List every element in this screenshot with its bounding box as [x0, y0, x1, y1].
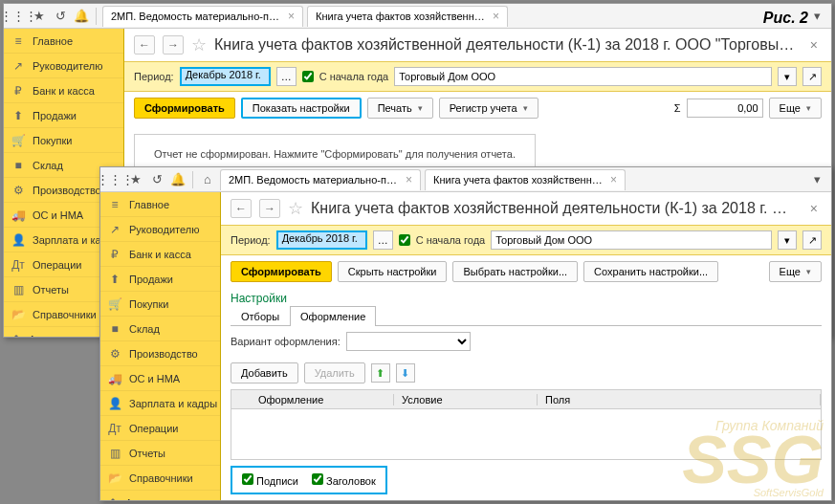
dropdown-icon[interactable]: ▾ [808, 171, 825, 188]
apps-icon[interactable]: ⋮⋮⋮ [10, 8, 27, 25]
dropdown-icon[interactable]: ▾ [808, 8, 825, 25]
history-icon[interactable]: ↺ [52, 8, 69, 25]
print-button[interactable]: Печать▾ [367, 98, 433, 119]
sidebar-item-operations[interactable]: ДтОперации [100, 416, 220, 441]
sidebar-item-sales[interactable]: ⬆Продажи [100, 267, 220, 292]
favorite-icon[interactable]: ☆ [288, 198, 303, 219]
year-start-checkbox[interactable] [302, 71, 314, 82]
sidebar-item-bank[interactable]: ₽Банк и касса [4, 78, 123, 103]
year-start-label: С начала года [319, 71, 389, 82]
tab-design[interactable]: Оформление [290, 306, 376, 326]
more-button[interactable]: Еще▾ [769, 98, 822, 119]
history-icon[interactable]: ↺ [148, 171, 165, 188]
forward-button[interactable]: → [259, 199, 280, 218]
col-fields: Поля [538, 394, 821, 405]
period-label: Период: [134, 71, 174, 82]
save-settings-button[interactable]: Сохранить настройки... [583, 261, 718, 282]
organization-input[interactable] [491, 230, 772, 250]
tab-label: 2МП. Ведомость материально-произво… [111, 11, 282, 22]
tab-2[interactable]: Книга учета фактов хозяйственной… × [425, 169, 626, 190]
period-picker-button[interactable]: … [373, 230, 393, 250]
period-picker-button[interactable]: … [276, 67, 297, 86]
titlebar: ⋮⋮⋮ ★ ↺ 🔔 ⌂ 2МП. Ведомость материально-п… [100, 167, 831, 192]
org-open-button[interactable]: ↗ [802, 230, 822, 250]
sidebar-item-catalogs[interactable]: 📂Справочники [100, 466, 220, 491]
register-button[interactable]: Регистр учета▾ [439, 98, 538, 119]
close-icon[interactable]: × [493, 10, 499, 23]
footer-checkboxes: Подписи Заголовок [231, 466, 387, 494]
star-icon[interactable]: ★ [31, 8, 48, 25]
delete-button[interactable]: Удалить [304, 362, 365, 383]
tab-1[interactable]: 2МП. Ведомость материально-про… × [220, 169, 421, 190]
back-button[interactable]: ← [134, 35, 155, 55]
sidebar-item-main[interactable]: ≡Главное [4, 29, 123, 54]
org-dropdown-button[interactable]: ▾ [778, 67, 797, 86]
year-start-checkbox[interactable] [399, 234, 410, 246]
year-start-label: С начала года [416, 234, 486, 246]
move-down-icon[interactable]: ⬇ [396, 363, 415, 383]
period-bar: Период: Декабрь 2018 г. … С начала года … [221, 225, 831, 255]
form-button[interactable]: Сформировать [134, 98, 235, 119]
grid-header: Оформление Условие Поля [231, 389, 822, 409]
hide-settings-button[interactable]: Скрыть настройки [338, 261, 448, 282]
close-icon[interactable]: × [610, 173, 617, 186]
close-icon[interactable]: × [288, 10, 295, 23]
window-2: ⋮⋮⋮ ★ ↺ 🔔 ⌂ 2МП. Ведомость материально-п… [99, 166, 832, 501]
favorite-icon[interactable]: ☆ [191, 34, 207, 55]
show-settings-button[interactable]: Показать настройки [241, 98, 362, 119]
star-icon[interactable]: ★ [127, 171, 144, 188]
close-button[interactable]: × [806, 37, 822, 53]
sidebar-item-reports[interactable]: ▥Отчеты [100, 441, 220, 466]
page-title: Книга учета фактов хозяйственной деятель… [214, 36, 799, 54]
sidebar-item-manager[interactable]: ↗Руководителю [4, 54, 123, 78]
titlebar: ⋮⋮⋮ ★ ↺ 🔔 2МП. Ведомость материально-про… [4, 4, 831, 29]
col-condition: Условие [394, 394, 538, 405]
settings-title: Настройки [221, 288, 831, 305]
sum-input[interactable] [687, 99, 763, 118]
sidebar-item-purchases[interactable]: 🛒Покупки [100, 292, 220, 317]
sidebar-item-manager[interactable]: ↗Руководителю [100, 217, 220, 242]
bell-icon[interactable]: 🔔 [169, 171, 187, 188]
sidebar-item-admin[interactable]: ✿Администрирование [100, 491, 220, 500]
sidebar-item-bank[interactable]: ₽Банк и касса [100, 242, 220, 267]
period-input[interactable]: Декабрь 2018 г. [180, 67, 271, 86]
form-button[interactable]: Сформировать [231, 261, 332, 282]
apps-icon[interactable]: ⋮⋮⋮ [106, 171, 123, 188]
sidebar-item-assets[interactable]: 🚚ОС и НМА [100, 366, 220, 391]
choose-settings-button[interactable]: Выбрать настройки... [452, 261, 578, 282]
tab-label: Книга учета фактов хозяйственной… [433, 174, 604, 186]
sidebar-item-warehouse[interactable]: ■Склад [100, 317, 220, 341]
signatures-checkbox[interactable]: Подписи [242, 473, 298, 487]
variant-select[interactable] [346, 332, 471, 351]
org-open-button[interactable]: ↗ [802, 67, 822, 86]
add-button[interactable]: Добавить [231, 362, 298, 383]
sidebar: ≡Главное ↗Руководителю ₽Банк и касса ⬆Пр… [100, 192, 221, 500]
sidebar-item-production[interactable]: ⚙Производство [100, 341, 220, 366]
home-icon[interactable]: ⌂ [199, 171, 216, 188]
sidebar-item-salary[interactable]: 👤Зарплата и кадры [100, 391, 220, 416]
grid-body[interactable] [231, 409, 822, 460]
tab-label: 2МП. Ведомость материально-про… [229, 174, 400, 186]
sidebar-item-purchases[interactable]: 🛒Покупки [4, 128, 123, 153]
back-button[interactable]: ← [231, 199, 252, 218]
sidebar-item-main[interactable]: ≡Главное [100, 192, 220, 217]
close-button[interactable]: × [806, 201, 822, 216]
org-dropdown-button[interactable]: ▾ [778, 230, 797, 250]
organization-input[interactable] [394, 67, 772, 86]
period-label: Период: [231, 234, 271, 246]
forward-button[interactable]: → [163, 35, 184, 55]
period-input[interactable]: Декабрь 2018 г. [276, 230, 367, 250]
more-button[interactable]: Еще▾ [769, 261, 822, 282]
tab-1[interactable]: 2МП. Ведомость материально-произво… × [102, 6, 303, 27]
bell-icon[interactable]: 🔔 [73, 8, 90, 25]
sum-sign: Σ [674, 102, 681, 114]
close-icon[interactable]: × [406, 173, 412, 186]
variant-label: Вариант оформления: [231, 336, 341, 347]
toolbar: Сформировать Скрыть настройки Выбрать на… [221, 255, 831, 288]
tab-filters[interactable]: Отборы [231, 306, 290, 326]
sidebar-item-sales[interactable]: ⬆Продажи [4, 103, 123, 128]
tab-2[interactable]: Книга учета фактов хозяйственной дея… × [307, 6, 508, 27]
header-checkbox[interactable]: Заголовок [312, 473, 376, 487]
tab-label: Книга учета фактов хозяйственной дея… [316, 11, 487, 22]
move-up-icon[interactable]: ⬆ [371, 363, 390, 383]
